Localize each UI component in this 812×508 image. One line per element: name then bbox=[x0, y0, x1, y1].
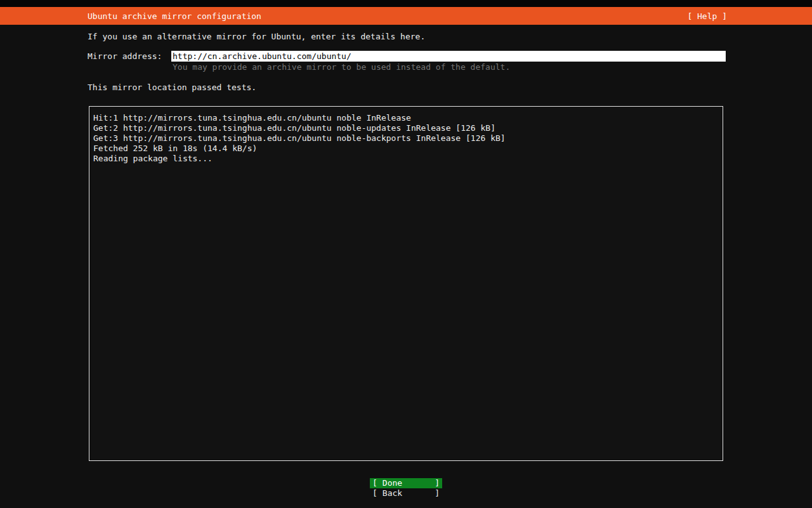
done-bracket-left: [ bbox=[372, 478, 377, 488]
page-title: Ubuntu archive mirror configuration bbox=[88, 11, 261, 21]
mirror-address-input[interactable] bbox=[171, 51, 726, 62]
log-line: Reading package lists... bbox=[93, 154, 719, 164]
mirror-address-label: Mirror address: bbox=[88, 51, 162, 62]
help-button[interactable]: [ Help ] bbox=[687, 11, 727, 21]
done-bracket-right: ] bbox=[435, 478, 440, 488]
mirror-test-log: Hit:1 http://mirrors.tuna.tsinghua.edu.c… bbox=[89, 106, 723, 461]
back-bracket-left: [ bbox=[372, 488, 377, 498]
done-button-label: Done bbox=[383, 478, 402, 488]
title-bar: Ubuntu archive mirror configuration [ He… bbox=[0, 7, 812, 25]
intro-text: If you use an alternative mirror for Ubu… bbox=[88, 32, 425, 42]
log-line: Get:3 http://mirrors.tuna.tsinghua.edu.c… bbox=[93, 133, 719, 144]
button-column: [ Done ] [ Back ] bbox=[370, 478, 442, 498]
installer-screen: Ubuntu archive mirror configuration [ He… bbox=[0, 0, 812, 508]
mirror-hint-text: You may provide an archive mirror to be … bbox=[173, 62, 510, 72]
log-line: Hit:1 http://mirrors.tuna.tsinghua.edu.c… bbox=[93, 113, 719, 123]
top-strip bbox=[0, 0, 812, 7]
back-button[interactable]: [ Back ] bbox=[370, 488, 442, 498]
log-line: Get:2 http://mirrors.tuna.tsinghua.edu.c… bbox=[93, 123, 719, 133]
log-line: Fetched 252 kB in 18s (14.4 kB/s) bbox=[93, 144, 719, 154]
back-bracket-right: ] bbox=[435, 488, 440, 498]
mirror-status-text: This mirror location passed tests. bbox=[88, 83, 256, 93]
done-button[interactable]: [ Done ] bbox=[370, 478, 442, 488]
back-button-label: Back bbox=[383, 488, 402, 498]
